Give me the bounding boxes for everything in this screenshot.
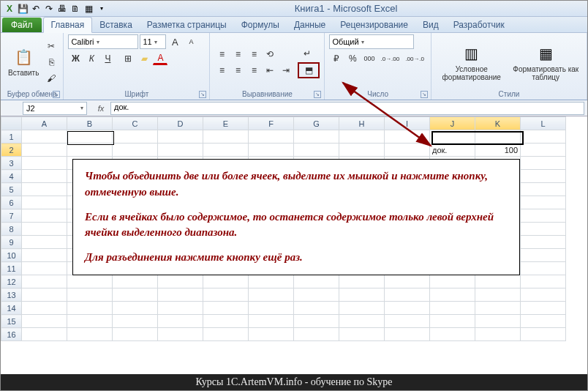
cell-H1[interactable] [339, 130, 385, 144]
cell-A2[interactable] [22, 144, 67, 157]
cell-L15[interactable] [521, 315, 566, 328]
cell-L8[interactable] [521, 223, 566, 236]
cell-B12[interactable] [67, 275, 113, 288]
print-preview-icon[interactable]: 🗎 [69, 3, 81, 15]
cell-A9[interactable] [22, 236, 67, 249]
cell-G12[interactable] [294, 275, 339, 288]
worksheet-grid[interactable]: ABCDEFGHIJKL12док.1003456789101112131415… [1, 116, 587, 341]
bold-button[interactable]: Ж [68, 51, 83, 66]
cell-G16[interactable] [294, 328, 339, 341]
row-header-5[interactable]: 5 [1, 183, 22, 196]
cell-C14[interactable] [113, 302, 158, 315]
align-right-button[interactable]: ≡ [246, 63, 261, 78]
cell-F12[interactable] [249, 275, 294, 288]
cell-B13[interactable] [67, 288, 113, 302]
cell-F1[interactable] [249, 130, 294, 144]
cell-A13[interactable] [22, 288, 67, 302]
cell-K16[interactable] [475, 328, 521, 341]
tab-home[interactable]: Главная [43, 17, 93, 33]
cell-E15[interactable] [203, 315, 249, 328]
cell-B14[interactable] [67, 302, 113, 315]
cell-J15[interactable] [430, 315, 475, 328]
cell-K12[interactable] [475, 275, 521, 288]
cell-L5[interactable] [521, 183, 566, 196]
cell-H12[interactable] [339, 275, 385, 288]
underline-button[interactable]: Ч [100, 51, 115, 66]
table-icon[interactable]: ▦ [83, 3, 94, 15]
col-header-F[interactable]: F [249, 117, 294, 130]
row-header-4[interactable]: 4 [1, 170, 22, 183]
font-size-combo[interactable]: 11▾ [140, 34, 166, 49]
row-header-6[interactable]: 6 [1, 196, 22, 209]
cell-B1[interactable] [67, 130, 113, 144]
tab-file[interactable]: Файл [2, 18, 42, 32]
cell-D2[interactable] [158, 144, 203, 157]
font-color-button[interactable]: A [153, 52, 167, 65]
tab-data[interactable]: Данные [287, 18, 333, 32]
row-header-11[interactable]: 11 [1, 262, 22, 275]
cell-H14[interactable] [339, 302, 385, 315]
col-header-J[interactable]: J [430, 117, 475, 130]
cell-I15[interactable] [385, 315, 430, 328]
cell-E13[interactable] [203, 288, 249, 302]
cell-H13[interactable] [339, 288, 385, 302]
row-header-7[interactable]: 7 [1, 209, 22, 223]
cell-L3[interactable] [521, 157, 566, 170]
tab-developer[interactable]: Разработчик [446, 18, 512, 32]
tab-review[interactable]: Рецензирование [333, 18, 415, 32]
cell-B2[interactable] [67, 144, 113, 157]
formula-input[interactable]: док. [110, 102, 584, 115]
cell-L1[interactable] [521, 130, 566, 144]
cell-E2[interactable] [203, 144, 249, 157]
cell-K2[interactable]: 100 [475, 144, 521, 157]
cell-A11[interactable] [22, 262, 67, 275]
undo-icon[interactable]: ↶ [30, 3, 42, 15]
cell-A15[interactable] [22, 315, 67, 328]
print-icon[interactable]: 🖶 [56, 3, 68, 15]
tab-formulas[interactable]: Формулы [234, 18, 287, 32]
cell-E16[interactable] [203, 328, 249, 341]
row-header-9[interactable]: 9 [1, 236, 22, 249]
cell-A6[interactable] [22, 196, 67, 209]
decrease-decimal-button[interactable]: .00→.0 [403, 51, 426, 66]
cell-L11[interactable] [521, 262, 566, 275]
format-as-table-button[interactable]: ▦ Форматировать как таблицу [509, 42, 582, 83]
cell-J12[interactable] [430, 275, 475, 288]
cell-L14[interactable] [521, 302, 566, 315]
cell-F13[interactable] [249, 288, 294, 302]
cell-I2[interactable] [385, 144, 430, 157]
cell-K15[interactable] [475, 315, 521, 328]
cell-A7[interactable] [22, 209, 67, 223]
col-header-C[interactable]: C [113, 117, 158, 130]
comma-style-button[interactable]: 000 [361, 51, 377, 66]
format-painter-button[interactable]: 🖌 [44, 71, 59, 86]
cell-H16[interactable] [339, 328, 385, 341]
border-button[interactable]: ⊞ [121, 51, 135, 66]
cell-C12[interactable] [113, 275, 158, 288]
tab-view[interactable]: Вид [415, 18, 446, 32]
copy-button[interactable]: ⎘ [44, 55, 59, 70]
cell-D1[interactable] [158, 130, 203, 144]
cell-L12[interactable] [521, 275, 566, 288]
col-header-G[interactable]: G [294, 117, 339, 130]
cell-K13[interactable] [475, 288, 521, 302]
cell-D12[interactable] [158, 275, 203, 288]
cell-J2[interactable]: док. [430, 144, 475, 157]
cell-I1[interactable] [385, 130, 430, 144]
cell-A4[interactable] [22, 170, 67, 183]
align-center-button[interactable]: ≡ [230, 63, 245, 78]
increase-indent-button[interactable]: ⇥ [279, 63, 293, 78]
tab-insert[interactable]: Вставка [92, 18, 140, 32]
cell-C1[interactable] [113, 130, 158, 144]
cell-F14[interactable] [249, 302, 294, 315]
cell-E14[interactable] [203, 302, 249, 315]
cell-J13[interactable] [430, 288, 475, 302]
cell-A12[interactable] [22, 275, 67, 288]
cell-I12[interactable] [385, 275, 430, 288]
orientation-button[interactable]: ⟲ [263, 47, 277, 62]
cell-B16[interactable] [67, 328, 113, 341]
alignment-dialog-icon[interactable]: ↘ [314, 91, 321, 98]
cell-D14[interactable] [158, 302, 203, 315]
align-top-button[interactable]: ≡ [214, 47, 229, 62]
cell-D15[interactable] [158, 315, 203, 328]
